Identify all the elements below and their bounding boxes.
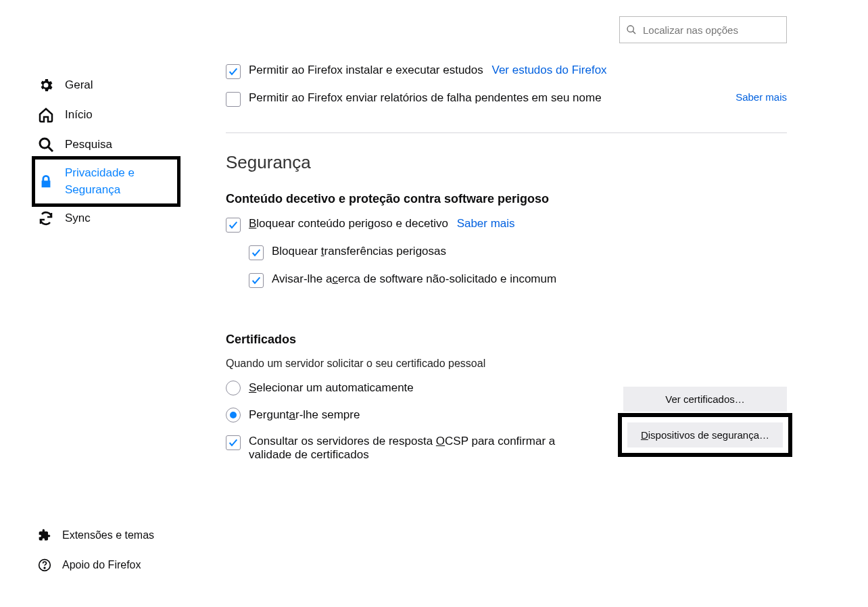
main-content: Permitir ao Firefox instalar e executar … bbox=[226, 64, 787, 474]
svg-point-2 bbox=[40, 139, 49, 148]
view-certificates-button[interactable]: Ver certificados… bbox=[623, 387, 787, 412]
sidebar-footer: Extensões e temas Apoio do Firefox bbox=[35, 520, 191, 580]
highlight-box: Dispositivos de segurança… bbox=[618, 413, 792, 457]
radio-select-auto[interactable] bbox=[226, 381, 241, 395]
option-label: Consultar os servidores de resposta OCSP… bbox=[249, 435, 564, 462]
certificates-buttons: Ver certificados… Dispositivos de segura… bbox=[623, 387, 787, 452]
search-container bbox=[619, 16, 787, 43]
option-label: Permitir ao Firefox instalar e executar … bbox=[249, 64, 607, 77]
sidebar-item-privacy[interactable]: Privacidade e Segurança bbox=[32, 156, 180, 207]
sidebar-item-sync[interactable]: Sync bbox=[35, 203, 177, 233]
checkbox-block-dangerous[interactable] bbox=[226, 218, 241, 233]
checkbox-ocsp[interactable] bbox=[226, 435, 241, 450]
sync-icon bbox=[38, 210, 54, 226]
link-learn-more[interactable]: Saber mais bbox=[457, 217, 515, 230]
sidebar-item-search[interactable]: Pesquisa bbox=[35, 130, 177, 160]
sidebar-item-extensions[interactable]: Extensões e temas bbox=[35, 520, 191, 550]
sidebar-item-support[interactable]: Apoio do Firefox bbox=[35, 550, 191, 580]
sidebar-item-label: Sync bbox=[65, 212, 91, 225]
certificates-subtext: Quando um servidor solicitar o seu certi… bbox=[226, 358, 787, 370]
svg-point-5 bbox=[44, 567, 45, 568]
sidebar-item-label-col: Privacidade e Segurança bbox=[65, 165, 135, 198]
divider bbox=[226, 132, 787, 133]
option-label: Permitir ao Firefox enviar relatórios de… bbox=[249, 91, 602, 105]
sidebar-item-label: Segurança bbox=[65, 182, 135, 199]
option-label: Bloquear transferências perigosas bbox=[272, 245, 446, 258]
checkbox-allow-studies[interactable] bbox=[226, 64, 241, 79]
option-label: Selecionar um automaticamente bbox=[249, 381, 414, 395]
sidebar-item-label: Pesquisa bbox=[65, 138, 112, 151]
sidebar-item-label: Privacidade e bbox=[65, 165, 135, 182]
sidebar-item-home[interactable]: Início bbox=[35, 100, 177, 130]
certificates-area: Certificados Quando um servidor solicita… bbox=[226, 333, 787, 462]
sidebar: Geral Início Pesquisa Privacidade e Segu… bbox=[35, 70, 177, 233]
svg-point-0 bbox=[627, 26, 633, 32]
radio-ask-always[interactable] bbox=[226, 408, 241, 422]
option-row-block-dangerous: Bloquear conteúdo perigoso e decetivo Sa… bbox=[226, 217, 787, 233]
checkbox-block-downloads[interactable] bbox=[249, 245, 264, 260]
checkbox-crash-reports[interactable] bbox=[226, 92, 241, 107]
option-row-ocsp: Consultar os servidores de resposta OCSP… bbox=[226, 435, 564, 462]
search-icon bbox=[626, 24, 637, 35]
sidebar-item-label: Início bbox=[65, 108, 93, 122]
option-row-block-downloads: Bloquear transferências perigosas bbox=[249, 245, 787, 260]
subsection-certificates: Certificados bbox=[226, 333, 787, 347]
link-learn-more[interactable]: Saber mais bbox=[736, 91, 787, 103]
sidebar-item-general[interactable]: Geral bbox=[35, 70, 177, 100]
svg-line-3 bbox=[48, 147, 53, 151]
sidebar-item-label: Geral bbox=[65, 78, 93, 92]
sidebar-item-label: Extensões e temas bbox=[62, 529, 154, 541]
option-label: Bloquear conteúdo perigoso e decetivo Sa… bbox=[249, 217, 515, 230]
svg-line-1 bbox=[633, 31, 635, 34]
subsection-deceptive: Conteúdo decetivo e proteção contra soft… bbox=[226, 192, 787, 206]
help-icon bbox=[38, 558, 51, 572]
gear-icon bbox=[38, 77, 54, 93]
option-label: Avisar-lhe acerca de software não-solici… bbox=[272, 272, 556, 286]
checkbox-warn-unwanted[interactable] bbox=[249, 273, 264, 288]
option-row-crash-reports: Permitir ao Firefox enviar relatórios de… bbox=[226, 91, 787, 107]
lock-icon bbox=[38, 174, 54, 190]
home-icon bbox=[38, 107, 54, 123]
option-row-warn-unwanted: Avisar-lhe acerca de software não-solici… bbox=[249, 272, 787, 288]
magnifier-icon bbox=[38, 137, 54, 153]
option-label: Perguntar-lhe sempre bbox=[249, 408, 360, 422]
sidebar-item-label: Apoio do Firefox bbox=[62, 559, 141, 571]
puzzle-icon bbox=[38, 529, 51, 542]
search-input[interactable] bbox=[619, 16, 787, 43]
option-row-allow-studies: Permitir ao Firefox instalar e executar … bbox=[226, 64, 787, 79]
section-title-security: Segurança bbox=[226, 152, 787, 173]
link-view-studies[interactable]: Ver estudos do Firefox bbox=[492, 64, 607, 76]
security-devices-button[interactable]: Dispositivos de segurança… bbox=[627, 422, 783, 447]
